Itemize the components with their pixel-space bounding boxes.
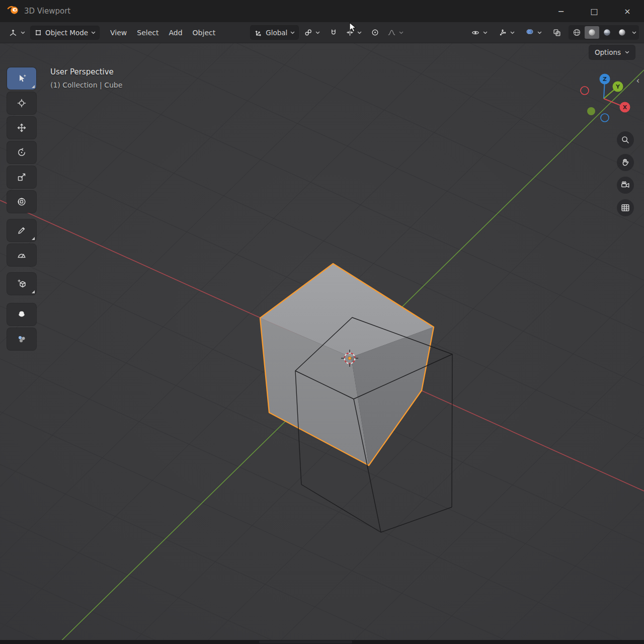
tool-annotate[interactable] (7, 219, 36, 242)
gizmo-neg-y-ball[interactable] (587, 107, 595, 115)
tool-tweak-select[interactable] (7, 67, 36, 90)
pan-button[interactable] (617, 154, 634, 171)
options-label: Options (595, 48, 621, 56)
editor-type-button[interactable] (5, 26, 29, 40)
window-controls: − □ × (544, 0, 644, 22)
snap-magnet-toggle[interactable] (326, 26, 341, 39)
chevron-down-icon (290, 31, 295, 34)
chevron-down-icon (632, 31, 636, 34)
pivot-point-dropdown[interactable] (300, 26, 324, 39)
overlays-icon (525, 27, 534, 38)
material-sphere-icon (603, 28, 611, 37)
transform-tool-icon (17, 197, 27, 207)
tool-scale[interactable] (7, 166, 36, 188)
header-menus: View Select Add Object (105, 26, 220, 39)
orientation-label: Global (266, 29, 287, 37)
chevron-down-icon (510, 31, 515, 34)
shading-dropdown[interactable] (630, 26, 638, 39)
xray-toggle[interactable] (549, 26, 565, 40)
annotate-tool-icon (17, 225, 27, 235)
snap-target-icon (346, 28, 354, 37)
blender-logo-icon (7, 5, 19, 18)
camera-icon (620, 180, 630, 190)
visibility-dropdown[interactable] (467, 26, 491, 40)
tool-cursor[interactable] (7, 92, 36, 114)
tool-flyout-indicator (32, 237, 35, 240)
zoom-button[interactable] (617, 131, 634, 148)
solid-sphere-icon (588, 28, 596, 37)
perspective-toggle-button[interactable] (617, 199, 634, 216)
gizmos-icon (498, 28, 507, 37)
rotate-tool-icon (17, 147, 27, 157)
snapping-group (326, 26, 365, 39)
rendered-sphere-icon (618, 28, 626, 37)
camera-view-button[interactable] (617, 177, 634, 194)
close-button[interactable]: × (611, 0, 644, 22)
chevron-down-icon (625, 51, 629, 54)
shading-rendered-button[interactable] (615, 26, 629, 39)
tool-flyout-indicator (32, 290, 35, 293)
scene-3d[interactable] (0, 43, 644, 640)
chevron-down-icon (21, 31, 25, 34)
gizmo-neg-z-ball[interactable] (601, 114, 609, 122)
titlebar: 3D Viewport − □ × (0, 0, 644, 22)
tool-add-cube[interactable] (7, 273, 36, 295)
viewport-nav-buttons (617, 131, 634, 216)
tool-move[interactable] (7, 117, 36, 139)
options-button[interactable]: Options (589, 45, 635, 59)
chevron-down-icon (315, 31, 320, 34)
viewport-collection-label: (1) Collection | Cube (50, 81, 122, 89)
viewport-header: Object Mode View Select Add Object Globa… (0, 22, 644, 43)
chevron-down-icon (537, 31, 542, 34)
orientation-dropdown[interactable]: Global (251, 26, 298, 39)
mode-dropdown[interactable]: Object Mode (31, 26, 99, 39)
tweak-select-icon (17, 73, 27, 84)
menu-object[interactable]: Object (188, 26, 221, 39)
maximize-button[interactable]: □ (578, 0, 611, 22)
falloff-curve-icon (387, 28, 396, 37)
tool-transform[interactable] (7, 191, 36, 213)
editor-type-icon (9, 28, 18, 37)
menu-select[interactable]: Select (132, 26, 164, 39)
tool-blob[interactable] (7, 303, 36, 326)
cursor-tool-icon (17, 98, 27, 108)
move-tool-icon (17, 123, 27, 133)
gizmo-neg-x-ball[interactable] (581, 87, 589, 95)
hand-icon (620, 157, 630, 168)
shading-group (569, 25, 639, 40)
menu-view[interactable]: View (105, 26, 132, 39)
header-right-cluster (467, 25, 639, 40)
sidebar-collapse-icon[interactable]: ‹ (633, 75, 643, 86)
minimize-button[interactable]: − (544, 0, 578, 22)
viewport-canvas[interactable]: User Perspective (1) Collection | Cube (0, 43, 644, 640)
tool-cluster[interactable] (7, 328, 36, 350)
blob-tool-icon (17, 309, 27, 319)
snap-target-dropdown[interactable] (342, 26, 365, 39)
statusbar (0, 640, 644, 644)
mode-dropdown-label: Object Mode (45, 29, 88, 37)
gizmo-z-label: Z (603, 76, 607, 83)
zoom-icon (620, 135, 630, 145)
wireframe-sphere-icon (573, 28, 581, 37)
shading-wireframe-button[interactable] (570, 26, 584, 39)
gizmos-dropdown[interactable] (495, 26, 518, 40)
proportional-falloff-dropdown[interactable] (384, 26, 407, 39)
overlays-dropdown[interactable] (522, 25, 545, 40)
object-mode-icon (34, 29, 42, 37)
menu-add[interactable]: Add (164, 26, 187, 39)
navigation-gizmo[interactable]: Z Y X (574, 70, 634, 126)
window-title: 3D Viewport (24, 7, 70, 16)
shading-solid-button[interactable] (585, 26, 599, 39)
gizmo-y-label: Y (615, 84, 620, 90)
add-cube-tool-icon (17, 279, 27, 289)
proportional-group (367, 26, 407, 39)
shading-material-button[interactable] (600, 26, 614, 39)
proportional-edit-toggle[interactable] (367, 26, 383, 39)
tool-measure[interactable] (7, 244, 36, 266)
statusbar-segment (259, 640, 352, 643)
tool-rotate[interactable] (7, 141, 36, 164)
orientation-axes-icon (254, 28, 263, 37)
pivot-point-icon (304, 28, 312, 37)
scale-tool-icon (17, 172, 27, 182)
visibility-eye-icon (471, 28, 480, 37)
